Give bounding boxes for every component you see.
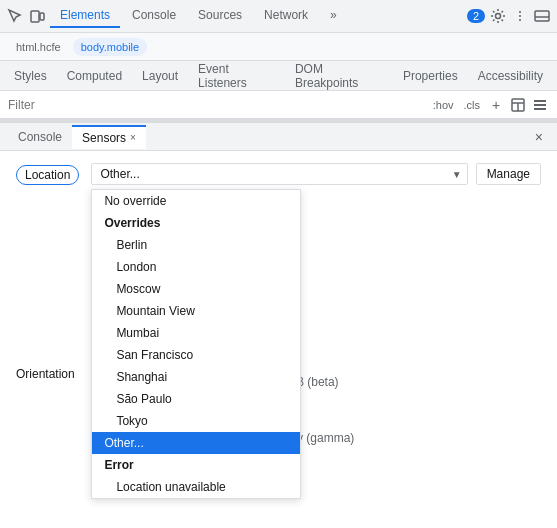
svg-rect-13	[534, 108, 546, 110]
menu-shanghai[interactable]: Shanghai	[92, 366, 300, 388]
tab-console[interactable]: Console	[122, 4, 186, 28]
tab-accessibility[interactable]: Accessibility	[468, 65, 553, 87]
dock-icon[interactable]	[533, 7, 551, 25]
tab-layout[interactable]: Layout	[132, 65, 188, 87]
location-label: Location	[16, 165, 79, 185]
filter-input[interactable]	[8, 98, 424, 112]
filter-buttons: :hov .cls +	[430, 96, 549, 114]
cls-filter-btn[interactable]: .cls	[461, 98, 484, 112]
tab-event-listeners[interactable]: Event Listeners	[188, 58, 285, 94]
svg-point-5	[519, 19, 521, 21]
sensors-tab-label: Sensors	[82, 131, 126, 145]
tab-styles[interactable]: Styles	[4, 65, 57, 87]
toolbar-actions: 2	[467, 7, 551, 25]
location-dropdown[interactable]: Other...	[91, 163, 467, 185]
location-dropdown-menu: No override Overrides Berlin London Mosc…	[91, 189, 301, 499]
svg-rect-0	[31, 11, 39, 22]
dropdown-row: Other... ▼ No override Overrides Berlin …	[91, 163, 541, 185]
panel-close-btn[interactable]: ×	[529, 127, 549, 147]
sub-tab-console[interactable]: Console	[8, 126, 72, 148]
svg-point-4	[519, 15, 521, 17]
tab-properties[interactable]: Properties	[393, 65, 468, 87]
menu-moscow[interactable]: Moscow	[92, 278, 300, 300]
tab-more[interactable]: »	[320, 4, 347, 28]
sub-tabs: Console Sensors × ×	[0, 123, 557, 151]
menu-no-override[interactable]: No override	[92, 190, 300, 212]
main-nav-tabs: Elements Console Sources Network »	[50, 4, 347, 28]
location-dropdown-wrapper: Other... ▼ No override Overrides Berlin …	[91, 163, 467, 185]
file-tab-html[interactable]: html.hcfe	[8, 38, 69, 56]
menu-location-unavailable[interactable]: Location unavailable	[92, 476, 300, 498]
console-tab-label: Console	[18, 130, 62, 144]
tab-elements[interactable]: Elements	[50, 4, 120, 28]
file-tab-body[interactable]: body.mobile	[73, 38, 148, 56]
menu-mumbai[interactable]: Mumbai	[92, 322, 300, 344]
devtools-toolbar: Elements Console Sources Network » 2	[0, 0, 557, 33]
sensors-tab-close[interactable]: ×	[130, 132, 136, 143]
svg-point-3	[519, 11, 521, 13]
location-controls: Other... ▼ No override Overrides Berlin …	[91, 163, 541, 185]
menu-overrides-header: Overrides	[92, 212, 300, 234]
panel-tabs: Styles Computed Layout Event Listeners D…	[0, 61, 557, 91]
manage-button[interactable]: Manage	[476, 163, 541, 185]
menu-sao-paulo[interactable]: São Paulo	[92, 388, 300, 410]
beta-label: β (beta)	[297, 375, 339, 389]
filter-bar: :hov .cls +	[0, 91, 557, 119]
menu-mountain-view[interactable]: Mountain View	[92, 300, 300, 322]
add-style-icon[interactable]: +	[487, 96, 505, 114]
tab-computed[interactable]: Computed	[57, 65, 132, 87]
notification-badge[interactable]: 2	[467, 9, 485, 23]
layout-icon[interactable]	[509, 96, 527, 114]
svg-rect-6	[535, 11, 549, 21]
sub-tab-sensors[interactable]: Sensors ×	[72, 125, 146, 149]
settings-icon[interactable]	[489, 7, 507, 25]
menu-berlin[interactable]: Berlin	[92, 234, 300, 256]
svg-point-2	[496, 14, 501, 19]
tab-dom-breakpoints[interactable]: DOM Breakpoints	[285, 58, 393, 94]
location-row: Location Other... ▼ No override Override…	[16, 163, 541, 185]
device-toggle-icon[interactable]	[28, 7, 46, 25]
menu-tokyo[interactable]: Tokyo	[92, 410, 300, 432]
svg-rect-11	[534, 100, 546, 102]
menu-other[interactable]: Other...	[92, 432, 300, 454]
svg-rect-12	[534, 104, 546, 106]
menu-san-francisco[interactable]: San Francisco	[92, 344, 300, 366]
tab-sources[interactable]: Sources	[188, 4, 252, 28]
gamma-label: γ (gamma)	[297, 431, 354, 445]
orientation-label: Orientation	[16, 367, 91, 381]
menu-london[interactable]: London	[92, 256, 300, 278]
menu-error-header: Error	[92, 454, 300, 476]
tab-network[interactable]: Network	[254, 4, 318, 28]
more-icon[interactable]	[511, 7, 529, 25]
sensors-content: Location Other... ▼ No override Override…	[0, 151, 557, 528]
inspect-icon[interactable]	[6, 7, 24, 25]
hov-filter-btn[interactable]: :hov	[430, 98, 457, 112]
more-styles-icon[interactable]	[531, 96, 549, 114]
svg-rect-1	[40, 13, 44, 20]
bottom-panel: Console Sensors × × Location Other... ▼ …	[0, 123, 557, 528]
